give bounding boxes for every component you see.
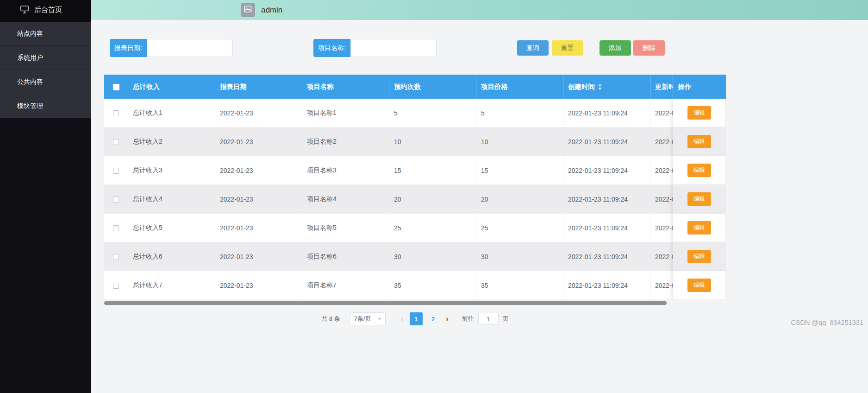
table-header-row: 总计收入 报表日期 项目名称 预约次数 项目价格 创建时间 (104, 75, 726, 99)
row-select-cell (104, 242, 128, 271)
cell-actions: 编辑 (673, 271, 726, 300)
cell-total-income: 总计收入1 (128, 99, 215, 127)
row-select-cell (104, 271, 128, 300)
sidebar-item-site-content[interactable]: 站点内容 (0, 22, 91, 46)
cell-project-name: 项目名称4 (302, 185, 389, 214)
edit-button[interactable]: 编辑 (687, 192, 711, 206)
sidebar-item-public-content[interactable]: 公共内容 (0, 70, 91, 94)
table-body: 总计收入12022-01-23项目名称1552022-01-23 11:09:2… (104, 99, 726, 300)
cell-report-date: 2022-01-23 (215, 185, 302, 214)
edit-button[interactable]: 编辑 (687, 106, 711, 120)
cell-created-time: 2022-01-23 11:09:24 (563, 99, 650, 127)
goto-page-input[interactable] (478, 313, 499, 325)
cell-booking-count: 5 (389, 99, 476, 127)
edit-button[interactable]: 编辑 (687, 135, 711, 148)
row-checkbox[interactable] (113, 110, 119, 116)
cell-project-name: 项目名称5 (302, 214, 389, 242)
cell-booking-count: 35 (389, 271, 476, 300)
add-button[interactable]: 添加 (599, 40, 631, 56)
column-header-report-date: 报表日期 (215, 75, 302, 99)
sidebar-header[interactable]: 后台首页 (0, 0, 91, 20)
cell-project-price: 5 (476, 99, 563, 127)
table-scroll-area: 总计收入 报表日期 项目名称 预约次数 项目价格 创建时间 (104, 75, 726, 300)
row-checkbox[interactable] (113, 283, 119, 289)
cell-project-name: 项目名称1 (302, 99, 389, 127)
scrollbar-thumb[interactable] (104, 301, 667, 305)
goto-label: 前往 (462, 315, 474, 323)
cell-booking-count: 20 (389, 185, 476, 214)
cell-created-time: 2022-01-23 11:09:24 (563, 185, 650, 214)
chevron-down-icon (378, 318, 381, 320)
sidebar-item-system-users[interactable]: 系统用户 (0, 46, 91, 70)
cell-project-name: 项目名称3 (302, 156, 389, 185)
cell-booking-count: 10 (389, 127, 476, 156)
row-select-cell (104, 127, 128, 156)
cell-actions: 编辑 (673, 185, 726, 214)
edit-button[interactable]: 编辑 (687, 279, 711, 292)
cell-created-time: 2022-01-23 11:09:24 (563, 127, 650, 156)
avatar[interactable] (241, 3, 255, 17)
row-checkbox[interactable] (113, 168, 119, 174)
cell-report-date: 2022-01-23 (215, 156, 302, 185)
column-header-booking-count: 预约次数 (389, 75, 476, 99)
sort-icon[interactable] (598, 84, 602, 90)
select-all-cell (104, 75, 128, 99)
project-name-input[interactable] (350, 39, 437, 57)
table-row: 总计收入52022-01-23项目名称525252022-01-23 11:09… (104, 214, 726, 242)
page-size-value: 7条/页 (354, 315, 371, 323)
prev-page-button[interactable]: ‹ (399, 315, 406, 323)
table-row: 总计收入42022-01-23项目名称420202022-01-23 11:09… (104, 185, 726, 214)
cell-report-date: 2022-01-23 (215, 99, 302, 127)
cell-project-price: 10 (476, 127, 563, 156)
sidebar-menu: 站点内容 系统用户 公共内容 模块管理 (0, 20, 91, 118)
page-button-1[interactable]: 1 (410, 312, 423, 325)
cell-total-income: 总计收入4 (128, 185, 215, 214)
cell-total-income: 总计收入3 (128, 156, 215, 185)
cell-actions: 编辑 (673, 242, 726, 271)
sidebar-item-module-management[interactable]: 模块管理 (0, 94, 91, 118)
edit-button[interactable]: 编辑 (687, 221, 711, 235)
watermark: CSDN @qq_834251331 (791, 319, 863, 326)
edit-button[interactable]: 编辑 (687, 250, 711, 263)
table-row: 总计收入22022-01-23项目名称210102022-01-23 11:09… (104, 127, 726, 156)
select-all-checkbox[interactable] (113, 84, 119, 90)
delete-button[interactable]: 删除 (633, 40, 665, 56)
row-checkbox[interactable] (113, 196, 119, 203)
report-date-label: 报表日期: (110, 39, 147, 57)
table-container: 总计收入 报表日期 项目名称 预约次数 项目价格 创建时间 (104, 75, 726, 305)
next-page-button[interactable]: › (444, 315, 450, 323)
horizontal-scrollbar (104, 301, 726, 305)
cell-report-date: 2022-01-23 (215, 214, 302, 242)
cell-actions: 编辑 (673, 99, 726, 127)
username: admin (261, 6, 282, 15)
cell-booking-count: 25 (389, 214, 476, 242)
search-button[interactable]: 查询 (517, 40, 549, 56)
row-select-cell (104, 156, 128, 185)
cell-total-income: 总计收入2 (128, 127, 215, 156)
main: admin 报表日期: 项目名称: 查询 重置 添加 删除 (91, 0, 868, 393)
column-header-created-time: 创建时间 (563, 75, 650, 99)
page-button-2[interactable]: 2 (427, 312, 440, 325)
cell-created-time: 2022-01-23 11:09:24 (563, 271, 650, 300)
pagination: 共 8 条 7条/页 ‹ 1 2 › 前往 页 (104, 312, 726, 325)
image-icon (244, 5, 252, 15)
page-size-select[interactable]: 7条/页 (350, 312, 386, 325)
project-name-filter: 项目名称: (313, 39, 437, 57)
sidebar-item-label: 公共内容 (17, 78, 43, 86)
reset-button[interactable]: 重置 (552, 40, 583, 56)
cell-total-income: 总计收入7 (128, 271, 215, 300)
cell-project-price: 25 (476, 214, 563, 242)
total-count: 共 8 条 (321, 315, 340, 323)
cell-project-name: 项目名称2 (302, 127, 389, 156)
column-header-project-name: 项目名称 (302, 75, 389, 99)
row-checkbox[interactable] (113, 225, 119, 231)
topbar: admin (91, 0, 868, 20)
sidebar-item-label: 模块管理 (17, 102, 43, 110)
monitor-icon (20, 6, 29, 15)
report-date-input[interactable] (147, 39, 233, 57)
content: 报表日期: 项目名称: 查询 重置 添加 删除 (91, 20, 868, 393)
row-checkbox[interactable] (113, 254, 119, 260)
row-select-cell (104, 214, 128, 242)
edit-button[interactable]: 编辑 (687, 164, 711, 177)
row-checkbox[interactable] (113, 139, 119, 145)
